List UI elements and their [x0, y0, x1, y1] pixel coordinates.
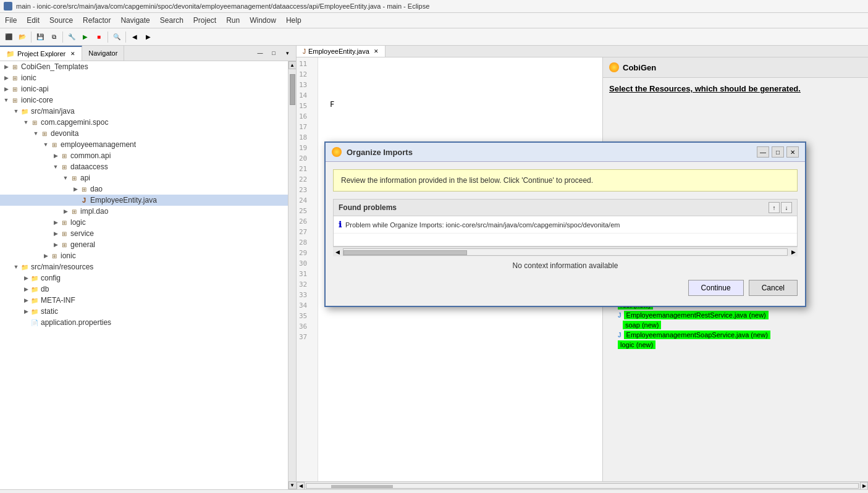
tree-item-devonita[interactable]: ▼ ⊞ devonita [0, 128, 288, 139]
tree-arrow-common-api[interactable]: ▶ [52, 152, 59, 159]
org-sort-up-btn[interactable]: ↑ [769, 202, 780, 213]
tree-item-cobigen-templates[interactable]: ▶ ⊞ CobiGen_Templates [0, 61, 288, 72]
toolbar-new-btn[interactable]: ⬛ [2, 31, 15, 43]
tree-arrow-meta-inf[interactable]: ▶ [22, 297, 30, 304]
org-minimize-btn[interactable]: — [757, 146, 769, 158]
tree-item-general[interactable]: ▶ ⊞ general [0, 239, 288, 250]
project-tree[interactable]: ▶ ⊞ CobiGen_Templates ▶ ⊞ ionic ▶ ⊞ ioni… [0, 61, 288, 489]
toolbar-save-btn[interactable]: 💾 [34, 31, 46, 43]
tree-arrow-ionic[interactable]: ▶ [2, 74, 10, 82]
tree-item-ionic-api[interactable]: ▶ ⊞ ionic-api [0, 83, 288, 95]
tree-item-service[interactable]: ▶ ⊞ service [0, 228, 288, 239]
tree-item-ionic[interactable]: ▶ ⊞ ionic [0, 72, 288, 83]
menu-edit[interactable]: Edit [22, 14, 44, 27]
toolbar-search-btn[interactable]: 🔍 [111, 31, 123, 43]
tree-item-com-capgemini[interactable]: ▼ ⊞ com.capgemini.spoc [0, 117, 288, 128]
org-hscroll-right[interactable]: ▶ [789, 248, 798, 256]
tree-arrow-config[interactable]: ▶ [22, 274, 30, 282]
tree-arrow-api[interactable]: ▼ [62, 174, 69, 182]
tree-arrow-ionic-core[interactable]: ▼ [2, 96, 10, 104]
tab-close-icon[interactable]: ✕ [70, 51, 75, 57]
editor-tab-close[interactable]: ✕ [374, 48, 379, 54]
toolbar-save-all-btn[interactable]: ⧉ [48, 31, 60, 43]
menu-window[interactable]: Window [245, 14, 281, 27]
tree-item-app-properties[interactable]: 📄 application.properties [0, 317, 288, 328]
tree-arrow-devonita[interactable]: ▼ [32, 130, 40, 137]
tree-arrow-impl-dao[interactable]: ▶ [62, 208, 69, 215]
bottom-scrollbar[interactable]: ◀ ▶ [297, 481, 868, 489]
tree-item-impl-dao[interactable]: ▶ ⊞ impl.dao [0, 206, 288, 217]
scroll-right-btn[interactable]: ▶ [860, 482, 868, 490]
menu-run[interactable]: Run [221, 14, 245, 27]
tree-arrow-dataaccess[interactable]: ▼ [52, 163, 59, 171]
tree-item-ionic2[interactable]: ▶ ⊞ ionic [0, 250, 288, 261]
sidebar-view-menu-btn[interactable]: ▾ [281, 47, 293, 59]
org-maximize-btn[interactable]: □ [772, 146, 784, 158]
tab-employee-entity[interactable]: J EmployeeEntity.java ✕ [297, 46, 386, 57]
tree-item-logic[interactable]: ▶ ⊞ logic [0, 217, 288, 228]
tree-arrow-ionic-api[interactable]: ▶ [2, 85, 10, 93]
menu-navigate[interactable]: Navigate [116, 14, 154, 27]
tree-arrow-src-main-resources[interactable]: ▼ [12, 263, 20, 271]
tree-arrow-general[interactable]: ▶ [52, 241, 59, 248]
tree-arrow-ionic2[interactable]: ▶ [42, 252, 49, 259]
scroll-track[interactable] [289, 69, 296, 481]
tree-item-db[interactable]: ▶ 📁 db [0, 284, 288, 295]
tree-arrow-com-capgemini[interactable]: ▼ [22, 119, 30, 126]
toolbar-open-btn[interactable]: 📂 [16, 31, 28, 43]
org-hscroll-thumb[interactable] [343, 250, 467, 255]
tree-arrow-cobigen[interactable]: ▶ [2, 63, 10, 70]
org-problem-hscroll[interactable]: ◀ ▶ [333, 247, 798, 256]
tree-arrow-dao[interactable]: ▶ [72, 185, 79, 193]
menu-help[interactable]: Help [281, 14, 306, 27]
scroll-left-btn[interactable]: ◀ [297, 482, 305, 490]
tree-arrow-service[interactable]: ▶ [52, 230, 59, 237]
sidebar-scrollbar[interactable]: ▲ ▼ [288, 61, 296, 489]
tree-arrow-src-main-java[interactable]: ▼ [12, 107, 20, 115]
h-scroll-track[interactable] [306, 483, 859, 489]
tree-arrow-employeemanagement[interactable]: ▼ [42, 141, 49, 148]
tree-arrow-logic[interactable]: ▶ [52, 219, 59, 226]
org-close-btn[interactable]: ✕ [786, 146, 799, 158]
tree-arrow-static[interactable]: ▶ [22, 308, 30, 315]
org-continue-btn[interactable]: Continue [688, 280, 744, 296]
scroll-thumb[interactable] [290, 74, 295, 105]
tree-item-api[interactable]: ▼ ⊞ api [0, 172, 288, 183]
scroll-up-btn[interactable]: ▲ [289, 61, 297, 69]
tree-item-config[interactable]: ▶ 📁 config [0, 272, 288, 284]
cobigen-tree-item-logic[interactable]: logic (new) [608, 340, 863, 349]
cobigen-tree-item-soap[interactable]: soap (new) [608, 321, 863, 329]
org-hscroll-track[interactable] [343, 248, 788, 256]
tree-item-employeemanagement[interactable]: ▼ ⊞ employeemanagement [0, 139, 288, 150]
scroll-down-btn[interactable]: ▼ [289, 481, 297, 489]
menu-refactor[interactable]: Refactor [78, 14, 116, 27]
menu-source[interactable]: Source [44, 14, 78, 27]
org-hscroll-left[interactable]: ◀ [333, 248, 342, 256]
tab-project-explorer[interactable]: 📁 Project Explorer ✕ [0, 46, 82, 61]
tree-item-ionic-core[interactable]: ▼ ⊞ ionic-core [0, 95, 288, 106]
tree-arrow-db[interactable]: ▶ [22, 285, 30, 293]
menu-search[interactable]: Search [155, 14, 188, 27]
org-problem-item-1[interactable]: ℹ Problem while Organize Imports: ionic-… [334, 216, 797, 234]
cobigen-tree-item-restservice[interactable]: J EmployeemanagementRestService.java (ne… [608, 311, 863, 319]
menu-file[interactable]: File [0, 14, 22, 27]
tab-navigator[interactable]: Navigator [82, 46, 124, 61]
toolbar-debug-btn[interactable]: 🔧 [65, 31, 78, 43]
toolbar-navigate-fwd-btn[interactable]: ▶ [142, 31, 154, 43]
sidebar-maximize-btn[interactable]: □ [268, 47, 280, 59]
tree-item-static[interactable]: ▶ 📁 static [0, 306, 288, 317]
tree-item-src-main-java[interactable]: ▼ 📁 src/main/java [0, 106, 288, 117]
toolbar-navigate-back-btn[interactable]: ◀ [129, 31, 141, 43]
h-scroll-thumb[interactable] [331, 485, 393, 488]
org-cancel-btn[interactable]: Cancel [749, 280, 798, 296]
menu-project[interactable]: Project [188, 14, 221, 27]
toolbar-run-btn[interactable]: ▶ [79, 31, 91, 43]
org-sort-down-btn[interactable]: ↓ [781, 202, 792, 213]
tree-item-common-api[interactable]: ▶ ⊞ common.api [0, 150, 288, 161]
toolbar-stop-btn[interactable]: ■ [93, 31, 105, 43]
tree-item-meta-inf[interactable]: ▶ 📁 META-INF [0, 295, 288, 306]
sidebar-minimize-btn[interactable]: — [254, 47, 266, 59]
tree-item-dao[interactable]: ▶ ⊞ dao [0, 183, 288, 195]
tree-item-dataaccess[interactable]: ▼ ⊞ dataaccess [0, 161, 288, 172]
tree-item-src-main-resources[interactable]: ▼ 📁 src/main/resources [0, 261, 288, 272]
